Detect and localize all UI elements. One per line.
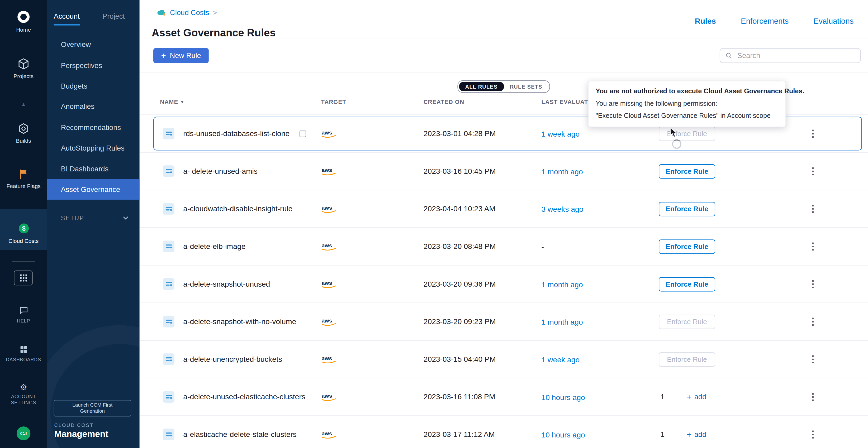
sidebar-item-anomalies[interactable]: Anomalies (47, 96, 140, 117)
last-evaluated-link: - (541, 243, 544, 251)
search-input[interactable] (736, 51, 855, 60)
rule-icon (163, 316, 175, 328)
svg-text:aws: aws (322, 355, 332, 361)
dollar-circle-icon: $ (17, 222, 30, 235)
last-evaluated-link[interactable]: 10 hours ago (541, 393, 585, 401)
enforce-rule-button[interactable]: Enforce Rule (659, 277, 715, 291)
last-evaluated-link[interactable]: 10 hours ago (541, 430, 585, 439)
launch-ccm-first-gen-button[interactable]: Launch CCM First Generation (54, 400, 131, 416)
nav-link-evaluations[interactable]: Evaluations (814, 16, 854, 26)
table-row[interactable]: a-delete-snapshot-unused aws 2023-03-20 … (140, 266, 868, 303)
row-menu-button[interactable]: ⋮ (805, 127, 821, 140)
enforce-rule-button[interactable]: Enforce Rule (659, 126, 715, 141)
product-name: Management (54, 429, 108, 439)
last-evaluated-link[interactable]: 3 weeks ago (541, 205, 583, 213)
last-evaluated-link[interactable]: 1 month ago (541, 167, 583, 176)
breadcrumb: Cloud Costs > (157, 8, 217, 16)
module-rail: Home Projects ▲ Builds (0, 0, 47, 448)
sidebar-item-help[interactable]: HELP (0, 305, 47, 324)
rule-name: a-delete-snapshot-with-no-volume (183, 317, 296, 326)
sort-desc-icon: ▾ (181, 99, 184, 104)
enforce-rule-button[interactable]: Enforce Rule (659, 314, 715, 329)
sidebar-item-feature-flags[interactable]: Feature Flags (0, 168, 47, 189)
enforce-rule-button[interactable]: Enforce Rule (659, 352, 715, 367)
sidebar-item-builds[interactable]: Builds (0, 122, 47, 144)
created-on: 2023-03-16 11:08 PM (424, 392, 541, 401)
svg-text:aws: aws (322, 130, 332, 136)
row-menu-button[interactable]: ⋮ (805, 278, 821, 290)
enforce-rule-button[interactable]: Enforce Rule (659, 202, 715, 216)
svg-text:aws: aws (322, 167, 332, 173)
nav-link-enforcements[interactable]: Enforcements (741, 16, 788, 26)
copy-icon[interactable] (300, 130, 306, 137)
sidebar-item-perspectives[interactable]: Perspectives (47, 55, 140, 75)
plus-icon: + (687, 430, 691, 439)
created-on: 2023-03-20 08:48 PM (424, 242, 541, 250)
enforce-rule-button[interactable]: Enforce Rule (659, 239, 715, 254)
new-rule-button[interactable]: + New Rule (153, 48, 209, 63)
sidebar-item-account-settings[interactable]: ⚙ ACCOUNT SETTINGS (0, 383, 47, 407)
sidebar-item-home[interactable]: Home (0, 10, 47, 33)
setup-section-toggle[interactable]: SETUP (61, 215, 128, 221)
rail-item-label: ACCOUNT SETTINGS (6, 394, 41, 406)
last-evaluated-link[interactable]: 1 week ago (541, 355, 580, 364)
last-evaluated-link[interactable]: 1 month ago (541, 280, 583, 288)
module-switcher-button[interactable] (14, 271, 32, 285)
column-header-created-on: CREATED ON (424, 98, 541, 105)
sidebar-item-dashboards[interactable]: DASHBOARDS (0, 345, 47, 363)
rule-icon (163, 165, 175, 177)
user-avatar[interactable]: CJ (17, 426, 30, 440)
table-row[interactable]: a-cloudwatch-disable-insight-rule aws 20… (140, 191, 868, 228)
svg-text:aws: aws (322, 280, 332, 286)
search-box (720, 48, 861, 63)
table-row[interactable]: a-delete-snapshot-with-no-volume aws 202… (140, 303, 868, 341)
rail-item-label: HELP (17, 318, 30, 324)
add-enforcement-link[interactable]: + add (687, 392, 706, 401)
column-header-name[interactable]: NAME ▾ (160, 98, 321, 105)
loading-spinner (672, 139, 681, 149)
row-menu-button[interactable]: ⋮ (805, 203, 821, 215)
created-on: 2023-03-20 09:23 PM (424, 317, 541, 326)
breadcrumb-cloud-costs-link[interactable]: Cloud Costs (170, 8, 209, 16)
sidebar-item-recommendations[interactable]: Recommendations (47, 117, 140, 138)
sidebar-item-autostopping-rules[interactable]: AutoStopping Rules (47, 138, 140, 158)
toggle-rule-sets[interactable]: RULE SETS (504, 82, 549, 91)
created-on: 2023-04-04 10:23 AM (424, 205, 541, 213)
hexagon-icon (17, 122, 30, 135)
sidebar-item-overview[interactable]: Overview (47, 34, 140, 55)
table-row[interactable]: a-delete-elb-image aws 2023-03-20 08:48 … (140, 228, 868, 266)
table-row[interactable]: a-delete-unused-elasticache-clusters aws… (140, 378, 868, 416)
tooltip-line: You are not authorized to execute Cloud … (596, 85, 778, 97)
row-menu-button[interactable]: ⋮ (805, 165, 821, 177)
sidebar-item-cloud-costs[interactable]: $ Cloud Costs (0, 209, 47, 250)
last-evaluated-link[interactable]: 1 month ago (541, 318, 583, 326)
chevron-up-icon[interactable]: ▲ (0, 101, 47, 107)
rail-item-label: Feature Flags (6, 183, 40, 189)
table-row[interactable]: a- delete-unused-amis aws 2023-03-16 10:… (140, 153, 868, 191)
sidebar-item-projects[interactable]: Projects (0, 58, 47, 79)
nav-link-rules[interactable]: Rules (695, 16, 716, 26)
search-icon (725, 52, 732, 59)
toggle-all-rules[interactable]: ALL RULES (459, 82, 504, 91)
tab-account[interactable]: Account (54, 12, 80, 25)
last-evaluated-link[interactable]: 1 week ago (541, 130, 580, 138)
setup-label: SETUP (61, 215, 84, 221)
aws-logo: aws (321, 129, 424, 139)
add-enforcement-link[interactable]: + add (687, 430, 706, 439)
row-menu-button[interactable]: ⋮ (805, 353, 821, 366)
row-menu-button[interactable]: ⋮ (805, 240, 821, 252)
table-row[interactable]: a-elasticache-delete-stale-clusters aws … (140, 416, 868, 448)
enforce-rule-button[interactable]: Enforce Rule (659, 164, 715, 178)
row-menu-button[interactable]: ⋮ (805, 390, 821, 403)
sidebar-item-asset-governance[interactable]: Asset Governance (47, 179, 140, 200)
tab-project[interactable]: Project (102, 12, 125, 25)
row-menu-button[interactable]: ⋮ (805, 428, 821, 441)
created-on: 2023-03-16 10:45 PM (424, 167, 541, 175)
rule-icon (163, 353, 175, 365)
sidebar-item-bi-dashboards[interactable]: BI Dashboards (47, 159, 140, 179)
sidebar-item-budgets[interactable]: Budgets (47, 76, 140, 96)
aws-logo: aws (321, 316, 424, 327)
row-menu-button[interactable]: ⋮ (805, 315, 821, 328)
product-eyebrow: CLOUD COST (54, 423, 94, 428)
table-row[interactable]: a-delete-unencrypted-buckets aws 2023-03… (140, 341, 868, 378)
